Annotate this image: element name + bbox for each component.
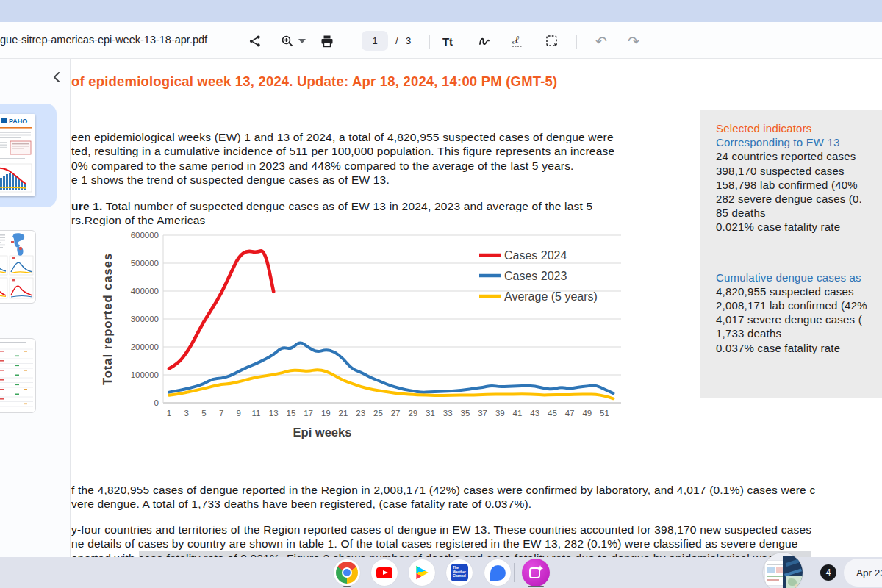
indicator-line: 2,008,171 lab confirmed (42% [716,298,882,312]
x-tick-label: 51 [600,409,609,417]
paragraph-line: ted, resulting in a cumulative incidence… [71,144,614,158]
indicator-line: 0.037% case fatality rate [716,341,882,355]
play-store-icon [415,565,429,580]
draw-button[interactable] [475,32,494,51]
x-tick-label: 7 [219,409,223,417]
chevron-down-icon [298,39,306,43]
viewer-body: PAHO [0,59,882,557]
toolbar-separator-2 [429,35,430,49]
legend-label: Average (5 years) [504,290,598,303]
text-annotation-button[interactable]: Tt [438,32,457,51]
chrome-app-button[interactable] [334,559,360,586]
svg-text:ℓ: ℓ [514,34,519,46]
indicator-line: 24 countries reported cases [716,149,882,163]
x-tick-label: 1 [167,409,171,417]
toolbar-separator-3 [576,35,577,49]
x-tick-label: 19 [321,409,331,417]
svg-text:x: x [512,40,514,45]
x-tick-label: 33 [443,409,453,417]
thumbnail-page-2[interactable] [0,230,36,304]
weather-app-button[interactable]: The Weather Channel [446,559,473,586]
series-line-cases-2024 [169,251,273,368]
paragraph-line-clipped: eported with case fatality rate of 0.021… [71,551,811,557]
x-tick-label: 25 [373,409,383,417]
legend-label: Cases 2024 [504,249,567,262]
screen: gue-sitrep-americas-epi-week-13-18-apr.p… [0,0,882,588]
signature-icon: ℓx [511,34,526,49]
select-area-icon [545,35,559,48]
select-area-button[interactable] [542,32,562,51]
x-tick-label: 43 [530,409,539,417]
x-tick-label: 45 [548,409,557,417]
y-tick-label: 200000 [131,343,159,351]
y-tick-label: 600000 [131,231,159,240]
recents-map-thumb [786,576,803,588]
x-tick-label: 27 [391,409,401,417]
x-tick-label: 47 [565,409,575,417]
x-axis-title: Epi weeks [293,426,352,439]
sidebar-collapse-button[interactable] [48,68,65,86]
date-label: Apr 23 [856,567,882,578]
chevron-left-icon [53,72,60,82]
window-title-strip [0,0,882,22]
recent-windows-button[interactable] [763,553,803,588]
page-number-input[interactable]: 1 [362,31,388,51]
figure1-caption-label: ure 1. [71,200,103,212]
paragraph-line: 0% compared to the same period in 2023 a… [71,159,614,173]
y-tick-label: 0 [154,398,159,407]
undo-button[interactable]: ↶ [592,32,611,51]
weather-channel-icon: The Weather Channel [451,564,468,581]
x-tick-label: 37 [478,409,487,417]
weather-line: Channel [453,574,468,578]
pdf-page: of epidemiological week 13, 2024. Update… [71,59,882,557]
paragraph-line: e 1 shows the trend of suspected dengue … [71,173,614,187]
creator-app-running-indicator [528,586,544,588]
play-store-app-button[interactable] [409,559,435,586]
x-tick-label: 3 [184,409,188,417]
zoom-in-icon [281,35,294,48]
print-button[interactable] [318,32,337,51]
x-tick-label: 29 [408,409,417,417]
x-tick-label: 35 [461,409,470,417]
shelf-separator [514,563,514,582]
share-button[interactable] [245,32,265,51]
indicator-line: 0.021% case fatality rate [716,220,882,234]
creator-app-icon [527,564,545,581]
x-tick-label: 17 [304,409,313,417]
y-tick-label: 100000 [131,370,159,379]
zoom-menu-button[interactable] [295,32,309,51]
y-tick-label: 400000 [131,287,159,295]
summary-paragraph: f the 4,820,955 cases of dengue reported… [71,483,815,512]
x-tick-label: 41 [513,409,523,417]
status-area[interactable]: Apr 23 [844,559,882,587]
x-tick-label: 9 [237,409,241,417]
x-tick-label: 49 [582,409,592,417]
figure1-caption: ure 1. Total number of suspected dengue … [71,199,592,228]
legend-label: Cases 2023 [504,270,567,282]
figure1-caption-line2: rs.Region of the Americas [71,213,592,227]
redo-button[interactable]: ↷ [624,32,643,51]
share-icon [248,35,262,48]
zoom-button[interactable] [278,32,297,51]
page-total: 3 [406,35,411,46]
paragraph-line: y-four countries and territories of the … [71,523,811,537]
pdf-toolbar: gue-sitrep-americas-epi-week-13-18-apr.p… [0,22,882,59]
indicator-line: 1,733 deaths [716,326,882,340]
signature-button[interactable]: ℓx [509,32,528,51]
thumbnail-page-3[interactable] [0,338,36,413]
youtube-icon [376,567,392,578]
paragraph-line: een epidemiological weeks (EW) 1 and 13 … [71,130,614,144]
page-separator: / [395,35,398,46]
thumbnail-page-1[interactable]: PAHO [0,104,57,207]
indicator-line: 158,798 lab confirmed (40% [716,178,882,192]
y-tick-label: 500000 [131,259,159,268]
notification-badge[interactable]: 4 [820,564,836,581]
y-axis-title: Total reported cases [101,253,114,385]
figure1-chart: 0100000200000300000400000500000600000135… [96,229,654,442]
creator-app-button[interactable] [522,559,550,587]
pdf-filename: gue-sitrep-americas-epi-week-13-18-apr.p… [0,34,246,46]
messages-app-button[interactable] [484,559,511,586]
youtube-app-button[interactable] [371,559,398,586]
countries-paragraph: y-four countries and territories of the … [71,523,811,557]
messages-icon [490,565,506,581]
